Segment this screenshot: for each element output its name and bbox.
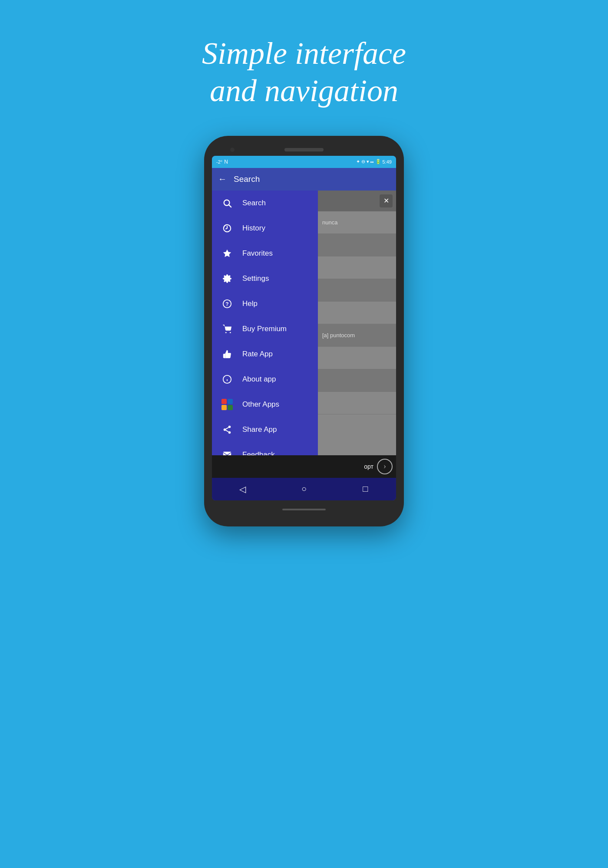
- info-icon: [221, 373, 234, 386]
- svg-point-7: [225, 332, 227, 333]
- nav-recent-button[interactable]: □: [357, 480, 374, 498]
- help-icon: ?: [221, 297, 234, 310]
- svg-text:?: ?: [225, 301, 228, 307]
- svg-line-1: [229, 205, 231, 207]
- gear-icon: [221, 272, 234, 285]
- phone-shell: -2° N ✦ ⊖ ▾ ▪▪ 🔋 5:49 ← Search: [204, 136, 404, 526]
- nav-home-button[interactable]: ○: [295, 480, 313, 498]
- menu-item-rate-app[interactable]: Rate App: [212, 342, 396, 367]
- svg-point-12: [228, 426, 231, 428]
- svg-marker-3: [223, 250, 231, 257]
- cellular-icon: ▪▪: [370, 159, 374, 164]
- temperature: -2°: [216, 159, 222, 164]
- menu-label-other-apps: Other Apps: [242, 400, 279, 409]
- menu-item-favorites[interactable]: Favorites: [212, 241, 396, 266]
- svg-line-16: [226, 427, 228, 429]
- menu-item-about-app[interactable]: About app: [212, 367, 396, 392]
- menu-item-settings[interactable]: Settings: [212, 266, 396, 291]
- menu-label-favorites: Favorites: [242, 249, 273, 258]
- battery-icon: 🔋: [375, 159, 381, 164]
- time: 5:49: [383, 159, 392, 164]
- menu-item-other-apps[interactable]: Other Apps: [212, 392, 396, 417]
- network-icon: N: [224, 159, 228, 165]
- status-bar: -2° N ✦ ⊖ ▾ ▪▪ 🔋 5:49: [212, 156, 396, 168]
- status-right: ✦ ⊖ ▾ ▪▪ 🔋 5:49: [356, 159, 392, 164]
- home-indicator: [282, 509, 326, 510]
- svg-line-15: [226, 430, 228, 432]
- navigation-drawer: Search History: [212, 191, 396, 478]
- next-button[interactable]: ›: [377, 459, 393, 474]
- phone-bottom-bar: [212, 500, 396, 519]
- phone-device: -2° N ✦ ⊖ ▾ ▪▪ 🔋 5:49 ← Search: [204, 136, 404, 526]
- star-icon: [221, 247, 234, 260]
- hero-title: Simple interface and navigation: [152, 35, 456, 110]
- menu-label-share-app: Share App: [242, 425, 277, 434]
- svg-point-14: [228, 431, 231, 434]
- menu-label-settings: Settings: [242, 274, 269, 283]
- menu-item-history[interactable]: History: [212, 216, 396, 241]
- menu-item-search[interactable]: Search: [212, 191, 396, 216]
- thumbsup-icon: [221, 348, 234, 361]
- phone-speaker: [284, 148, 324, 151]
- cart-icon: [221, 322, 234, 335]
- menu-item-buy-premium[interactable]: Buy Premium: [212, 316, 396, 342]
- bottom-navigation: ◁ ○ □: [212, 478, 396, 500]
- transport-text: орт: [364, 463, 373, 470]
- toolbar: ← Search: [212, 168, 396, 191]
- phone-top-bar: [212, 144, 396, 156]
- wifi-icon: ▾: [367, 159, 369, 164]
- menu-label-help: Help: [242, 299, 258, 308]
- other-apps-icon: [221, 398, 234, 411]
- menu-label-search: Search: [242, 199, 266, 207]
- search-icon: [221, 197, 234, 210]
- status-left: -2° N: [216, 159, 228, 165]
- menu-item-help[interactable]: ? Help: [212, 291, 396, 316]
- signal-icon: ⊖: [361, 159, 365, 164]
- transport-row: орт ›: [212, 455, 396, 478]
- phone-screen: -2° N ✦ ⊖ ▾ ▪▪ 🔋 5:49 ← Search: [212, 156, 396, 500]
- svg-point-8: [230, 332, 231, 333]
- share-icon: [221, 423, 234, 436]
- nav-back-button[interactable]: ◁: [234, 480, 251, 498]
- menu-label-history: History: [242, 224, 265, 233]
- svg-point-13: [224, 428, 226, 431]
- bluetooth-icon: ✦: [356, 159, 360, 164]
- history-icon: [221, 222, 234, 235]
- menu-label-about-app: About app: [242, 375, 276, 384]
- menu-label-rate-app: Rate App: [242, 350, 273, 358]
- back-button[interactable]: ←: [218, 174, 227, 184]
- menu-label-buy-premium: Buy Premium: [242, 325, 287, 333]
- phone-camera: [230, 148, 235, 152]
- toolbar-title: Search: [234, 174, 260, 184]
- menu-item-share-app[interactable]: Share App: [212, 417, 396, 442]
